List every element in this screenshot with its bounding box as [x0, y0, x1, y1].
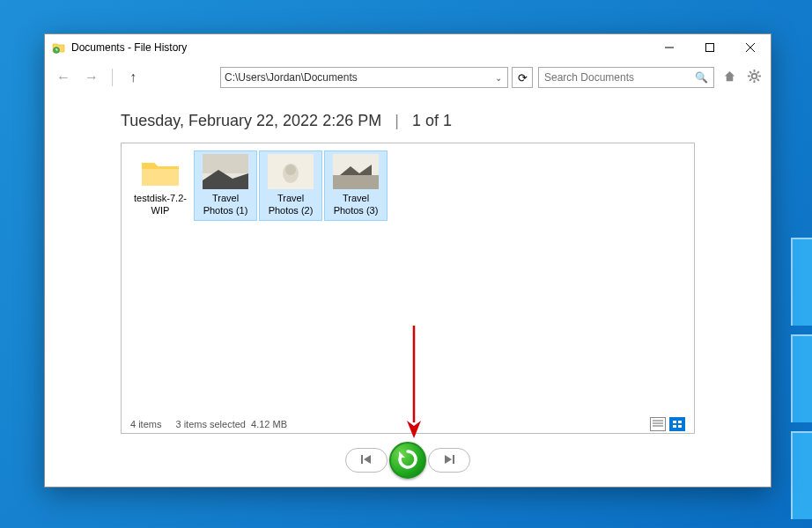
maximize-button[interactable]	[690, 34, 730, 61]
restore-controls	[45, 434, 771, 487]
svg-rect-2	[706, 44, 714, 52]
gear-icon	[748, 70, 761, 85]
minimize-button[interactable]	[649, 34, 690, 61]
arrow-right-icon: →	[85, 70, 99, 85]
close-button[interactable]	[730, 34, 771, 61]
previous-version-button[interactable]	[345, 448, 388, 473]
search-input[interactable]	[544, 71, 685, 84]
image-item[interactable]: Travel Photos (1)	[194, 150, 257, 221]
folder-icon	[138, 154, 182, 189]
skip-previous-icon	[360, 454, 373, 467]
file-history-window: Documents - File History ← → ↑ C:\Use	[44, 33, 771, 488]
image-thumbnail	[333, 154, 379, 189]
svg-line-10	[749, 71, 751, 73]
image-item[interactable]: Travel Photos (2)	[259, 150, 322, 221]
settings-button[interactable]	[744, 68, 764, 87]
view-switcher	[650, 417, 685, 431]
wallpaper-decoration	[791, 334, 812, 422]
folder-item[interactable]: testdisk-7.2-WIP	[129, 150, 192, 221]
refresh-button[interactable]: ⟳	[512, 67, 533, 88]
file-name-label: Travel Photos (2)	[262, 193, 320, 217]
wallpaper-decoration	[791, 431, 812, 519]
file-name-label: Travel Photos (3)	[327, 193, 385, 217]
file-area: testdisk-7.2-WIP Travel Photos (1)	[121, 143, 695, 434]
version-header: Tuesday, February 22, 2022 2:26 PM | 1 o…	[121, 112, 695, 130]
svg-rect-20	[333, 175, 379, 189]
svg-point-18	[285, 165, 296, 175]
titlebar-controls	[649, 34, 771, 61]
status-bar: 4 items 3 items selected 4.12 MB	[122, 414, 694, 433]
status-item-count: 4 items	[130, 419, 161, 429]
chevron-down-icon[interactable]: ⌄	[493, 73, 504, 83]
arrow-up-icon: ↑	[129, 70, 137, 85]
address-wrap: C:\Users\Jordan\Documents ⌄ ⟳	[220, 67, 533, 88]
search-icon: 🔍	[695, 71, 708, 84]
svg-rect-29	[453, 455, 454, 464]
home-icon	[723, 70, 736, 85]
file-history-icon	[52, 40, 66, 55]
svg-line-12	[757, 71, 758, 73]
svg-rect-25	[678, 421, 682, 423]
up-button[interactable]: ↑	[122, 66, 144, 89]
search-box[interactable]: 🔍	[538, 67, 714, 88]
back-button[interactable]: ←	[52, 66, 75, 89]
skip-next-icon	[443, 454, 455, 467]
address-text: C:\Users\Jordan\Documents	[225, 71, 358, 84]
file-name-label: testdisk-7.2-WIP	[131, 193, 189, 217]
status-selection: 3 items selected 4.12 MB	[175, 419, 287, 429]
refresh-icon: ⟳	[518, 71, 528, 84]
titlebar: Documents - File History	[45, 34, 771, 61]
file-name-label: Travel Photos (1)	[196, 193, 255, 217]
image-thumbnail	[203, 154, 248, 189]
restore-button[interactable]	[389, 442, 426, 479]
restore-icon	[396, 448, 419, 473]
svg-rect-26	[673, 425, 676, 428]
svg-line-11	[757, 79, 758, 81]
details-view-button[interactable]	[650, 417, 666, 431]
image-item[interactable]: Travel Photos (3)	[324, 150, 388, 221]
svg-point-5	[751, 74, 757, 79]
nav-separator	[112, 69, 113, 86]
content-area: Tuesday, February 22, 2022 2:26 PM | 1 o…	[45, 94, 771, 434]
navbar: ← → ↑ C:\Users\Jordan\Documents ⌄ ⟳ 🔍	[45, 61, 771, 94]
arrow-left-icon: ←	[56, 70, 70, 85]
wallpaper-decoration	[791, 238, 812, 326]
forward-button[interactable]: →	[80, 66, 103, 89]
window-title: Documents - File History	[71, 41, 649, 54]
svg-line-13	[749, 79, 751, 81]
svg-rect-27	[678, 425, 682, 428]
svg-rect-24	[673, 421, 676, 423]
address-bar[interactable]: C:\Users\Jordan\Documents ⌄	[220, 67, 508, 88]
image-thumbnail	[268, 154, 314, 189]
svg-rect-28	[361, 455, 363, 464]
header-separator: |	[395, 112, 399, 129]
svg-rect-15	[203, 154, 248, 173]
version-timestamp: Tuesday, February 22, 2022 2:26 PM	[121, 112, 381, 129]
version-page-indicator: 1 of 1	[412, 112, 452, 129]
items-grid: testdisk-7.2-WIP Travel Photos (1)	[122, 143, 694, 228]
next-version-button[interactable]	[428, 448, 470, 473]
thumbnails-view-button[interactable]	[669, 417, 685, 431]
home-button[interactable]	[720, 68, 739, 87]
